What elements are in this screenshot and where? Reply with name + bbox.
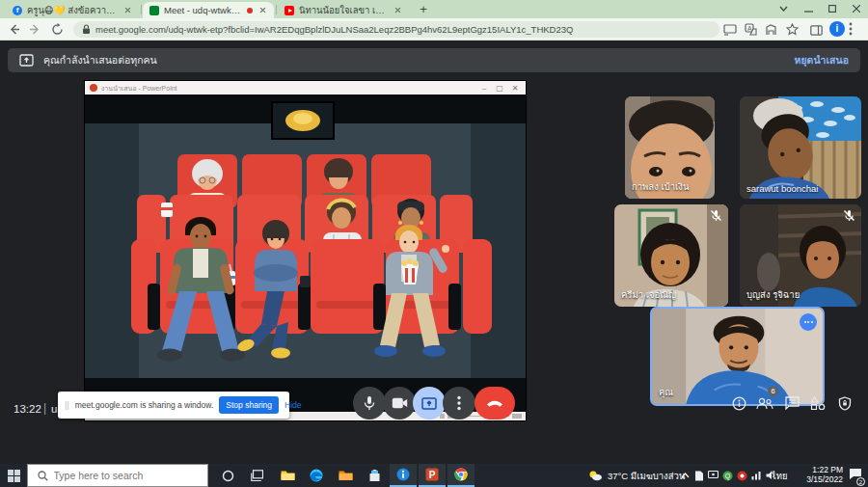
end-call-icon <box>486 399 503 407</box>
tab-separator <box>141 5 142 14</box>
minimize-window-icon[interactable] <box>799 1 818 16</box>
cortana-button[interactable] <box>214 464 241 487</box>
svg-text:P: P <box>429 470 436 480</box>
tray-green-icon: Q <box>722 471 733 481</box>
language-label: ไทย <box>772 469 788 483</box>
tab-separator <box>276 5 277 14</box>
drag-handle-icon[interactable]: || <box>65 400 69 410</box>
new-tab-button[interactable]: + <box>417 3 430 16</box>
file-explorer-button[interactable] <box>274 464 301 487</box>
refresh-icon[interactable] <box>51 22 66 37</box>
windows-start-icon <box>8 470 20 482</box>
end-call-button[interactable] <box>475 387 515 419</box>
chrome-button[interactable] <box>448 464 475 487</box>
lock-icon <box>82 24 91 35</box>
ppt-minimize-icon[interactable]: – <box>478 84 490 93</box>
participant-name: sarawut boonchai <box>746 183 818 194</box>
task-view-button[interactable] <box>243 464 270 487</box>
app-blue-icon <box>396 468 410 481</box>
host-controls-icon <box>838 396 852 411</box>
system-tray[interactable]: Q <box>694 464 776 487</box>
hide-link[interactable]: Hide <box>285 400 301 410</box>
tab-title: นิทานน้อยใจเลขา เด็กดีมีวินัยใหญ่ / นิ.. <box>299 3 388 17</box>
tab-facebook[interactable]: f ครูนุ😷💛 ส่งข้อความถึงคุณ <box>6 2 139 18</box>
weather-widget[interactable]: 37°C มีเมฆบางส่วน <box>588 464 685 487</box>
ppt-maximize-icon[interactable]: ▢ <box>494 84 505 93</box>
desktop-screen: f ครูนุ😷💛 ส่งข้อความถึงคุณ Meet - udq-wt… <box>0 0 868 487</box>
task-view-icon <box>251 470 263 482</box>
show-everyone-button[interactable] <box>756 394 773 412</box>
close-icon[interactable] <box>122 6 132 15</box>
tray-screen-icon <box>708 471 719 480</box>
app-blue-button[interactable] <box>390 464 417 487</box>
more-options-button[interactable] <box>443 387 475 419</box>
address-bar[interactable]: meet.google.com/udq-wtwk-etp?fbclid=IwAR… <box>73 21 719 38</box>
language-indicator[interactable]: ไทย <box>772 464 788 487</box>
taskbar-search[interactable] <box>27 464 208 487</box>
translate-icon[interactable]: A <box>745 22 759 37</box>
activities-button[interactable] <box>809 394 827 412</box>
ppt-close-icon[interactable]: ✕ <box>509 84 521 93</box>
store-button[interactable] <box>361 464 388 487</box>
close-icon[interactable] <box>393 6 402 15</box>
participant-tile[interactable]: กาพลง เบ้าเงิน <box>625 96 715 199</box>
host-controls-button[interactable] <box>836 394 854 412</box>
action-center-button[interactable]: 2 <box>849 464 862 487</box>
present-icon <box>421 397 437 410</box>
shared-window: งานนำเสนอ - PowerPoint – ▢ ✕ <box>85 81 526 420</box>
divider: | <box>43 401 46 415</box>
stop-sharing-button[interactable]: Stop sharing <box>219 396 279 414</box>
weather-icon <box>588 470 603 481</box>
chat-icon <box>785 396 800 410</box>
taskbar-date: 3/15/2022 <box>806 475 843 485</box>
meeting-details-button[interactable] <box>730 394 747 412</box>
bookmark-star-icon[interactable] <box>786 22 800 37</box>
camera-button[interactable] <box>383 387 416 419</box>
kebab-menu-icon[interactable] <box>849 22 863 37</box>
edge-button[interactable] <box>303 464 330 487</box>
chat-button[interactable] <box>783 394 800 412</box>
side-panel-icon[interactable] <box>810 22 825 37</box>
camera-icon <box>392 397 408 409</box>
clock-widget[interactable]: 1:22 PM 3/15/2022 <box>799 464 843 487</box>
save-icon[interactable] <box>765 22 779 37</box>
search-input[interactable] <box>54 470 199 481</box>
tab-search-icon[interactable] <box>773 1 793 16</box>
ppt-title-bar: งานนำเสนอ - PowerPoint – ▢ ✕ <box>85 81 526 95</box>
network-icon <box>751 471 762 480</box>
present-button[interactable] <box>413 387 446 419</box>
participant-tile[interactable]: sarawut boonchai <box>740 96 861 199</box>
participant-tile[interactable]: บุญส่ง รุจิฉาย <box>740 204 861 307</box>
participant-count-badge: 6 <box>768 386 778 396</box>
stop-presenting-button[interactable]: หยุดนำเสนอ <box>795 52 849 68</box>
mic-button[interactable] <box>353 387 386 419</box>
tab-meet[interactable]: Meet - udq-wtwk-etp <box>143 2 274 18</box>
powerpoint-icon <box>90 84 97 92</box>
browser-toolbar: meet.google.com/udq-wtwk-etp?fbclid=IwAR… <box>0 18 868 41</box>
profile-avatar[interactable]: i <box>829 21 845 37</box>
cast-icon[interactable] <box>723 22 738 37</box>
more-icon <box>457 395 461 411</box>
svg-text:Q: Q <box>725 473 731 480</box>
sharing-notification: || meet.google.com is sharing a window. … <box>58 392 289 419</box>
weather-text: 37°C มีเมฆบางส่วน <box>608 469 685 483</box>
close-icon[interactable] <box>258 6 267 15</box>
start-button[interactable] <box>0 464 27 487</box>
self-name-label: คุณ <box>659 385 673 399</box>
url-text: meet.google.com/udq-wtwk-etp?fbclid=IwAR… <box>95 24 573 35</box>
presenting-message: คุณกำลังนำเสนอต่อทุกคน <box>43 52 785 68</box>
powerpoint-button[interactable]: P <box>419 464 446 487</box>
tray-red-icon <box>737 471 747 481</box>
tab-youtube[interactable]: นิทานน้อยใจเลขา เด็กดีมีวินัยใหญ่ / นิ.. <box>278 2 409 18</box>
tray-expand-button[interactable] <box>681 464 690 487</box>
maximize-window-icon[interactable] <box>823 1 842 16</box>
back-icon[interactable] <box>8 22 22 37</box>
close-window-icon[interactable] <box>847 1 866 16</box>
folder-button[interactable] <box>332 464 359 487</box>
participant-tile[interactable]: ครีม่า เจอณิญ <box>614 204 728 307</box>
self-video-tile[interactable]: คุณ <box>650 307 825 406</box>
tile-options-button[interactable] <box>800 313 817 331</box>
forward-icon[interactable] <box>29 22 43 37</box>
sharing-message: meet.google.com is sharing a window. <box>75 400 214 410</box>
info-icon <box>732 396 746 411</box>
